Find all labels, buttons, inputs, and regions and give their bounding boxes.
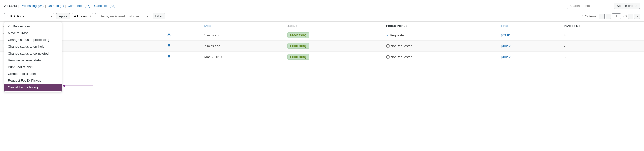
filter-button[interactable]: Filter bbox=[153, 13, 165, 19]
dropdown-item-request-fedex[interactable]: Request FedEx Pickup bbox=[4, 77, 62, 84]
tab-all[interactable]: All (175) bbox=[4, 4, 17, 8]
prev-page-button[interactable]: ‹ bbox=[606, 14, 611, 19]
search-orders-section: Search orders bbox=[567, 3, 640, 9]
bulk-actions-select[interactable]: Bulk Actions Move to Trash Change status… bbox=[4, 13, 54, 19]
total-cell: $102.70 bbox=[498, 52, 561, 62]
col-header-date[interactable]: Date bbox=[201, 22, 284, 30]
dropdown-item-remove-personal-data[interactable]: Remove personal data bbox=[4, 57, 62, 64]
first-page-button[interactable]: « bbox=[599, 14, 605, 19]
invoice-cell: 7 bbox=[561, 41, 644, 52]
total-cell: $53.61 bbox=[498, 30, 561, 41]
dropdown-item-create-fedex[interactable]: Create FedEx label bbox=[4, 70, 62, 77]
dropdown-item-status-completed[interactable]: Change status to completed bbox=[4, 50, 62, 57]
circle-icon bbox=[386, 44, 390, 48]
dropdown-item-status-processing[interactable]: Change status to processing bbox=[4, 36, 62, 43]
eye-icon[interactable]: 👁 bbox=[167, 33, 171, 38]
date-cell: 5 mins ago bbox=[201, 30, 284, 41]
customer-filter-select[interactable]: Filter by registered customer bbox=[95, 13, 150, 19]
fedex-cell: Not Requested bbox=[383, 41, 498, 52]
eye-icon-cell: 👁 bbox=[164, 52, 201, 62]
col-header-fedex: FedEx Pickup bbox=[383, 22, 498, 30]
apply-button[interactable]: Apply bbox=[56, 13, 70, 19]
status-cell: Processing bbox=[284, 41, 383, 52]
fedex-status: ✓ Requested bbox=[386, 33, 495, 37]
tab-cancelled[interactable]: Cancelled (33) bbox=[94, 4, 116, 8]
svg-marker-1 bbox=[62, 84, 65, 87]
status-tabs: All (175) | Processing (94) | On hold (1… bbox=[4, 4, 565, 8]
col-header-status: Status bbox=[284, 22, 383, 30]
total-items: 175 items bbox=[582, 14, 596, 18]
total-cell: $102.70 bbox=[498, 41, 561, 52]
eye-icon[interactable]: 👁 bbox=[167, 43, 171, 48]
fedex-cell: Not Requested bbox=[383, 52, 498, 62]
search-input[interactable] bbox=[567, 3, 612, 9]
next-page-button[interactable]: › bbox=[628, 14, 633, 19]
arrow-indicator bbox=[62, 83, 93, 89]
date-filter-select[interactable]: All dates bbox=[72, 13, 93, 19]
eye-icon[interactable]: 👁 bbox=[167, 54, 171, 59]
orders-table: Order Date Status FedEx Pickup Total Inv… bbox=[0, 22, 644, 62]
date-cell: 7 mins ago bbox=[201, 41, 284, 52]
invoice-cell: 6 bbox=[561, 52, 644, 62]
table-row: #743 Jane Doe 👁 7 mins ago Processing No… bbox=[0, 41, 644, 52]
action-bar: Bulk Actions Move to Trash Change status… bbox=[0, 11, 644, 22]
date-filter-wrap: All dates ⇕ bbox=[72, 13, 93, 19]
col-header-invoice: Invoice No. bbox=[561, 22, 644, 30]
customer-filter-wrap: Filter by registered customer ▼ bbox=[95, 13, 150, 19]
circle-icon bbox=[386, 55, 390, 59]
dropdown-item-print-fedex[interactable]: Print FedEx label bbox=[4, 64, 62, 70]
bulk-actions-dropdown: Bulk Actions Move to Trash Change status… bbox=[4, 22, 62, 92]
date-cell: Mar 5, 2019 bbox=[201, 52, 284, 62]
fedex-status: Not Requested bbox=[386, 55, 495, 59]
total-value: $102.70 bbox=[501, 55, 512, 59]
bulk-actions-wrap: Bulk Actions Move to Trash Change status… bbox=[4, 13, 54, 19]
col-header-eye bbox=[164, 22, 201, 30]
dropdown-item-status-on-hold[interactable]: Change status to on-hold bbox=[4, 43, 62, 50]
total-value: $102.70 bbox=[501, 44, 512, 48]
fedex-status: Not Requested bbox=[386, 44, 495, 48]
check-icon: ✓ bbox=[386, 33, 389, 37]
dropdown-item-bulk-actions[interactable]: Bulk Actions bbox=[4, 23, 62, 30]
status-badge: Processing bbox=[287, 32, 309, 38]
tab-completed[interactable]: Completed (47) bbox=[68, 4, 90, 8]
fedex-cell: ✓ Requested bbox=[383, 30, 498, 41]
invoice-cell: 8 bbox=[561, 30, 644, 41]
status-badge: Processing bbox=[287, 54, 309, 60]
table-row: #742 Devesh PluginHive 👁 Mar 5, 2019 Pro… bbox=[0, 52, 644, 62]
status-cell: Processing bbox=[284, 30, 383, 41]
status-badge: Processing bbox=[287, 43, 309, 49]
col-header-total[interactable]: Total bbox=[498, 22, 561, 30]
tab-processing[interactable]: Processing (94) bbox=[21, 4, 44, 8]
eye-icon-cell: 👁 bbox=[164, 41, 201, 52]
status-cell: Processing bbox=[284, 52, 383, 62]
tab-on-hold[interactable]: On hold (1) bbox=[47, 4, 64, 8]
table-row: #744 John Smith 👁 5 mins ago Processing … bbox=[0, 30, 644, 41]
total-value: $53.61 bbox=[501, 33, 511, 37]
eye-icon-cell: 👁 bbox=[164, 30, 201, 41]
page-number-input[interactable] bbox=[612, 13, 621, 19]
pagination: 175 items « ‹ of 9 › » bbox=[582, 13, 640, 19]
search-button[interactable]: Search orders bbox=[614, 3, 640, 9]
last-page-button[interactable]: » bbox=[634, 14, 640, 19]
dropdown-item-move-to-trash[interactable]: Move to Trash bbox=[4, 30, 62, 36]
dropdown-item-cancel-fedex[interactable]: Cancel FedEx Pickup bbox=[4, 84, 62, 91]
